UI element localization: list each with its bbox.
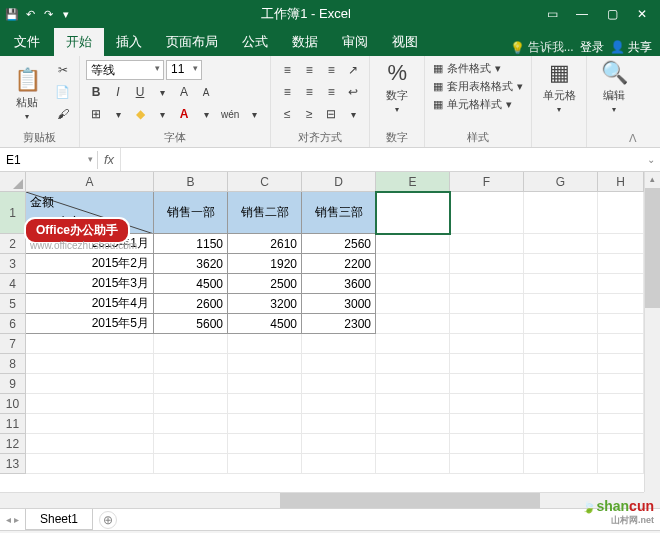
wrap-text-button[interactable]: ↩ — [343, 82, 363, 102]
shrink-font-button[interactable]: A — [196, 82, 216, 102]
underline-button[interactable]: U — [130, 82, 150, 102]
italic-button[interactable]: I — [108, 82, 128, 102]
undo-icon[interactable]: ↶ — [22, 6, 38, 22]
row-header-10[interactable]: 10 — [0, 394, 26, 414]
row-header-8[interactable]: 8 — [0, 354, 26, 374]
cell-e1[interactable] — [376, 192, 450, 234]
cell-d5[interactable]: 3000 — [302, 294, 376, 314]
row-header-11[interactable]: 11 — [0, 414, 26, 434]
cell-f1[interactable] — [450, 192, 524, 234]
share-button[interactable]: 👤 共享 — [610, 39, 652, 56]
row-header-4[interactable]: 4 — [0, 274, 26, 294]
tab-view[interactable]: 视图 — [380, 28, 430, 56]
name-box[interactable]: E1 — [0, 151, 98, 169]
cell-styles-button[interactable]: ▦单元格样式 ▾ — [431, 96, 525, 113]
font-name-combo[interactable]: 等线 — [86, 60, 164, 80]
col-header-g[interactable]: G — [524, 172, 598, 192]
cell-c5[interactable]: 3200 — [228, 294, 302, 314]
cell-b4[interactable]: 4500 — [154, 274, 228, 294]
cell-c3[interactable]: 1920 — [228, 254, 302, 274]
col-header-c[interactable]: C — [228, 172, 302, 192]
border-button[interactable]: ⊞ — [86, 104, 106, 124]
row-header-9[interactable]: 9 — [0, 374, 26, 394]
spreadsheet-grid[interactable]: A B C D E F G H 1 2 3 4 5 6 7 8 9 10 11 … — [0, 172, 660, 508]
cell-a6[interactable]: 2015年5月 — [26, 314, 154, 334]
cells-button[interactable]: ▦单元格▾ — [538, 60, 580, 114]
align-right-button[interactable]: ≡ — [321, 82, 341, 102]
sheet-nav-next-icon[interactable]: ▸ — [14, 514, 19, 525]
format-as-table-button[interactable]: ▦套用表格格式 ▾ — [431, 78, 525, 95]
paste-button[interactable]: 📋粘贴▾ — [6, 60, 48, 128]
cell-d3[interactable]: 2200 — [302, 254, 376, 274]
redo-icon[interactable]: ↷ — [40, 6, 56, 22]
align-left-button[interactable]: ≡ — [277, 82, 297, 102]
row-header-1[interactable]: 1 — [0, 192, 26, 234]
cell-b2[interactable]: 1150 — [154, 234, 228, 254]
cell-b1[interactable]: 销售一部 — [154, 192, 228, 234]
copy-button[interactable]: 📄 — [52, 82, 73, 102]
tab-pagelayout[interactable]: 页面布局 — [154, 28, 230, 56]
number-format-button[interactable]: %数字▾ — [376, 60, 418, 114]
editing-button[interactable]: 🔍编辑▾ — [593, 60, 635, 114]
row-header-7[interactable]: 7 — [0, 334, 26, 354]
row-header-2[interactable]: 2 — [0, 234, 26, 254]
tab-insert[interactable]: 插入 — [104, 28, 154, 56]
sheet-tab-sheet1[interactable]: Sheet1 — [25, 509, 93, 530]
font-size-combo[interactable]: 11 — [166, 60, 202, 80]
tab-home[interactable]: 开始 — [54, 28, 104, 56]
row-header-13[interactable]: 13 — [0, 454, 26, 474]
tab-data[interactable]: 数据 — [280, 28, 330, 56]
cell-d2[interactable]: 2560 — [302, 234, 376, 254]
fx-icon[interactable]: fx — [104, 152, 114, 167]
col-header-b[interactable]: B — [154, 172, 228, 192]
horizontal-scrollbar[interactable] — [0, 492, 644, 508]
phonetic-button[interactable]: wén — [218, 104, 242, 124]
fill-color-button[interactable]: ◆ — [130, 104, 150, 124]
cell-c1[interactable]: 销售二部 — [228, 192, 302, 234]
restore-button[interactable]: ▢ — [598, 4, 626, 24]
grow-font-button[interactable]: A — [174, 82, 194, 102]
col-header-f[interactable]: F — [450, 172, 524, 192]
merge-button[interactable]: ⊟ — [321, 104, 341, 124]
cell-c2[interactable]: 2610 — [228, 234, 302, 254]
cut-button[interactable]: ✂ — [52, 60, 73, 80]
save-icon[interactable]: 💾 — [4, 6, 20, 22]
cell-b5[interactable]: 2600 — [154, 294, 228, 314]
align-center-button[interactable]: ≡ — [299, 82, 319, 102]
formula-input[interactable] — [120, 148, 642, 171]
bold-button[interactable]: B — [86, 82, 106, 102]
increase-indent-button[interactable]: ≥ — [299, 104, 319, 124]
cell-d6[interactable]: 2300 — [302, 314, 376, 334]
cell-b6[interactable]: 5600 — [154, 314, 228, 334]
cell-a4[interactable]: 2015年3月 — [26, 274, 154, 294]
tab-review[interactable]: 审阅 — [330, 28, 380, 56]
cell-a3[interactable]: 2015年2月 — [26, 254, 154, 274]
cell-g1[interactable] — [524, 192, 598, 234]
font-color-button[interactable]: A — [174, 104, 194, 124]
align-top-button[interactable]: ≡ — [277, 60, 297, 80]
tab-file[interactable]: 文件 — [0, 28, 54, 56]
tab-formulas[interactable]: 公式 — [230, 28, 280, 56]
col-header-d[interactable]: D — [302, 172, 376, 192]
row-header-6[interactable]: 6 — [0, 314, 26, 334]
tell-me[interactable]: 💡告诉我... — [510, 39, 574, 56]
ribbon-display-options-icon[interactable]: ▭ — [538, 4, 566, 24]
minimize-button[interactable]: — — [568, 4, 596, 24]
vertical-scrollbar[interactable]: ▴ — [644, 172, 660, 492]
select-all-corner[interactable] — [0, 172, 26, 192]
orientation-button[interactable]: ↗ — [343, 60, 363, 80]
row-header-3[interactable]: 3 — [0, 254, 26, 274]
decrease-indent-button[interactable]: ≤ — [277, 104, 297, 124]
cell-a5[interactable]: 2015年4月 — [26, 294, 154, 314]
cell-d4[interactable]: 3600 — [302, 274, 376, 294]
expand-formula-bar-icon[interactable]: ⌄ — [642, 154, 660, 165]
align-bottom-button[interactable]: ≡ — [321, 60, 341, 80]
col-header-e[interactable]: E — [376, 172, 450, 192]
signin-link[interactable]: 登录 — [580, 39, 604, 56]
col-header-a[interactable]: A — [26, 172, 154, 192]
add-sheet-button[interactable]: ⊕ — [99, 511, 117, 529]
cell-h1[interactable] — [598, 192, 644, 234]
conditional-formatting-button[interactable]: ▦条件格式 ▾ — [431, 60, 525, 77]
cell-d1[interactable]: 销售三部 — [302, 192, 376, 234]
cell-b3[interactable]: 3620 — [154, 254, 228, 274]
